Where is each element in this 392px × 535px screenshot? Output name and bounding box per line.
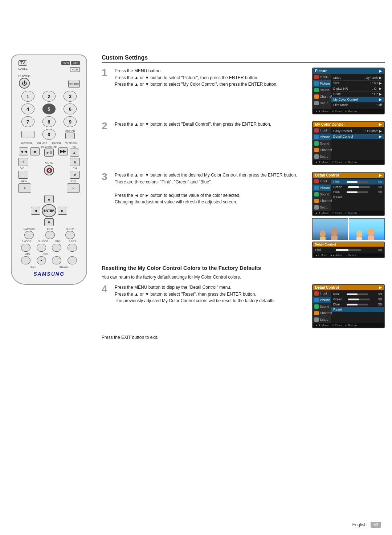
- source-button[interactable]: SOURCE: [68, 80, 80, 88]
- svg-point-1: [320, 230, 326, 238]
- original-svg: [313, 219, 348, 240]
- svg-point-6: [356, 230, 362, 238]
- sidebar-channel-4: Channel: [313, 310, 331, 316]
- extra-btn2[interactable]: [68, 256, 77, 264]
- still-label: STILL: [55, 240, 62, 243]
- enter-btn[interactable]: ENTER: [42, 204, 56, 217]
- ch-up-transport[interactable]: ▲: [70, 149, 79, 157]
- exit-text: Press the EXIT button to exit.: [102, 335, 385, 340]
- psize-label: P.SIZE: [69, 240, 76, 243]
- info-btn[interactable]: [45, 231, 55, 239]
- svg-point-3: [331, 228, 338, 236]
- nav-left-btn[interactable]: ◄: [31, 207, 40, 215]
- btn-7[interactable]: 7: [21, 116, 34, 127]
- step-1-text: Press the MENU button. Press the ▲ or ▼ …: [115, 68, 307, 114]
- small-tv-3: Detail Control Pink 50 ▲▼ Move ◄► Adjust…: [312, 242, 385, 258]
- btn-1[interactable]: 1: [21, 91, 34, 102]
- mute-btn[interactable]: 🔇: [44, 165, 54, 175]
- color-buttons: [18, 244, 80, 252]
- tv-body-3: Input Picture Sound Channel: [313, 178, 384, 211]
- caption-btn[interactable]: [24, 231, 34, 239]
- smode-btn[interactable]: [37, 244, 46, 252]
- section2-title: Resetting the My Color Control Colors to…: [102, 265, 385, 271]
- tv-content-1: Mode: Dynamic ▶ Size: 16:9 ▶ Digital NR:…: [331, 74, 384, 109]
- small-tv-title: Detail Control: [313, 242, 384, 247]
- btn-0[interactable]: 0: [42, 129, 56, 140]
- channel-label-2: Channel: [320, 148, 332, 152]
- setup-label-4: Setup: [320, 318, 328, 321]
- enter-hint: ↵ Enter: [332, 110, 342, 113]
- srs-btn[interactable]: ●: [37, 256, 46, 264]
- btn-dash[interactable]: –: [21, 131, 34, 138]
- sidebar-setup-3: Setup: [313, 204, 331, 211]
- playpause-btn[interactable]: ►II: [44, 149, 54, 157]
- prech-btn[interactable]: [65, 133, 75, 139]
- tv-title-3: Detail Control ▶: [313, 173, 384, 178]
- tv-body-1: Input Picture Sound Channel: [313, 74, 384, 109]
- btn-6[interactable]: 6: [64, 104, 77, 114]
- tv-body-4: Input Picture Sound Channel: [313, 290, 384, 323]
- vcr-badge[interactable]: VCR: [70, 67, 80, 72]
- nav-up-btn[interactable]: ▲: [44, 195, 54, 203]
- vol-up-btn[interactable]: +: [18, 158, 28, 166]
- small-pink-row: Pink 50: [315, 248, 382, 252]
- ch-up-btn[interactable]: ∧: [70, 158, 80, 166]
- ff-btn[interactable]: ▶▶: [58, 147, 68, 155]
- exit-btn[interactable]: ✕: [67, 183, 80, 193]
- input-icon: [314, 75, 319, 79]
- vol-label: VOL: [20, 167, 26, 170]
- sleep-label: SLEEP: [66, 228, 74, 230]
- btn-5[interactable]: 5: [42, 104, 56, 114]
- btn-2[interactable]: 2: [42, 91, 56, 102]
- tv-bottom-1: ▲▼ Move ↵ Enter ↩ Return: [313, 109, 384, 114]
- page-number: English - 69: [352, 522, 381, 528]
- menu-btn[interactable]: ≡: [18, 183, 31, 193]
- picture-icon: [314, 81, 319, 86]
- extra-btn1[interactable]: [52, 256, 61, 264]
- sidebar-channel: Channel: [313, 93, 331, 100]
- btn-9[interactable]: 9: [64, 116, 77, 127]
- rewind-btn[interactable]: ◄◄: [19, 147, 28, 155]
- sidebar-picture: Picture: [313, 80, 331, 87]
- setup-icon: [314, 101, 319, 105]
- btn-3[interactable]: 3: [64, 91, 77, 102]
- step-1-ui: Picture ▶ Input Picture: [312, 68, 385, 114]
- nav-right-btn[interactable]: ►: [58, 207, 67, 215]
- dvd-badge[interactable]: DVD: [61, 61, 70, 65]
- set-reset-row: ○SET ○RESET: [18, 266, 80, 268]
- adjusted-image: Adjusted: [349, 218, 385, 240]
- nav-down-btn[interactable]: ▼: [44, 218, 54, 226]
- ch-label-small: CH: [73, 146, 76, 149]
- setup-icon-4: [314, 317, 319, 322]
- setup-icon-3: [314, 205, 319, 210]
- step-1: 1 Press the MENU button. Press the ▲ or …: [102, 68, 385, 114]
- stop-btn[interactable]: ■: [30, 147, 40, 155]
- vol-down-btn[interactable]: –: [18, 171, 28, 179]
- picture-label: Picture: [320, 82, 330, 85]
- step-4-ui: Detail Control ▶ Input Picture: [312, 284, 385, 328]
- svg-rect-0: [313, 219, 348, 240]
- input-icon-3: [314, 179, 319, 183]
- still-btn[interactable]: [52, 244, 61, 252]
- pmode-btn[interactable]: [21, 244, 30, 252]
- step-2-number: 2: [102, 121, 110, 165]
- btn-4[interactable]: 4: [21, 104, 34, 114]
- step-3-ui: Detail Control ▶ Input Picture: [312, 172, 385, 258]
- btn-8[interactable]: 8: [42, 116, 56, 127]
- sleep-btn[interactable]: [65, 231, 75, 239]
- psize-btn[interactable]: [68, 244, 77, 252]
- tv-bottom-3: ▲▼ Move ↵ Enter ↩ Return: [313, 211, 384, 215]
- sidebar-setup-4: Setup: [313, 316, 331, 323]
- return-hint-2: ↩ Return: [345, 161, 357, 164]
- sidebar-sound-4: Sound: [313, 303, 331, 310]
- ch-down-btn[interactable]: ∨: [70, 171, 80, 179]
- srs-label: SRS: [43, 253, 48, 255]
- info-label: INFO: [47, 228, 53, 230]
- stb-badge[interactable]: STB: [71, 61, 80, 65]
- move-hint-2: ▲▼ Move: [315, 161, 329, 164]
- tv-button[interactable]: TV: [18, 60, 27, 66]
- sidebar-channel-3: Channel: [313, 198, 331, 204]
- power-button[interactable]: ⏻: [19, 78, 30, 89]
- pmode-row: P.MODE S.MODE STILL P.SIZE: [18, 240, 80, 243]
- mts-btn[interactable]: [21, 256, 30, 264]
